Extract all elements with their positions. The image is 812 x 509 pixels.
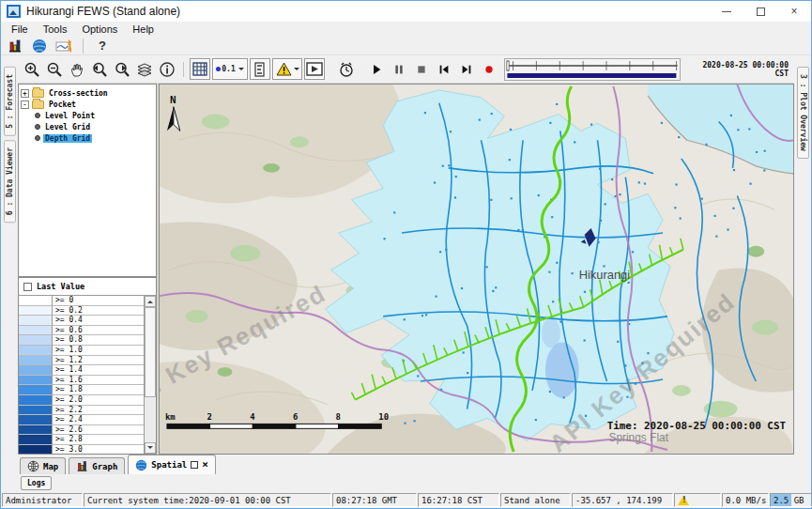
timeseries-dialog-button[interactable] [6,38,24,54]
status-text: 0.0 MB/s [726,496,766,505]
arrow-up-icon [147,298,153,303]
tree-node-label[interactable]: Depth Grid [43,134,92,143]
time-slider[interactable] [504,58,681,81]
right-tabstrip: 3 : Plot Overview [794,55,811,492]
map-time-label: Time: 2020-08-25 00:00:00 CST [607,420,787,432]
scrollbar-thumb[interactable] [145,307,156,397]
map-view[interactable]: N API Key Required API Key Required Hiku… [159,84,794,455]
legend-row: >= 0.2 [19,306,144,316]
legend-class-label: >= 2.2 [53,406,144,416]
animation-settings-button[interactable] [336,58,357,80]
help-icon: ? [99,39,106,53]
warnings-dropdown[interactable] [272,58,302,80]
stop-icon [414,62,429,77]
status-segment-0: Administrator [2,493,83,507]
leaf-bullet-icon [35,124,40,130]
contour-interval-dropdown[interactable]: 0.1 [212,58,248,80]
minimize-icon [722,11,731,12]
scroll-down-button[interactable] [145,442,156,454]
legend-class-label: >= 0.8 [53,335,144,346]
legend-class-label: >= 1.0 [53,346,144,356]
north-label: N [170,94,176,106]
tab-forecast[interactable]: 5 : Forecast [4,67,16,136]
tab-spatial[interactable]: Spatial× [128,455,216,474]
longitudinal-profile-button[interactable] [54,38,73,54]
zoom-previous-button[interactable] [89,58,110,80]
last-value-checkbox[interactable] [23,283,32,291]
menu-help[interactable]: Help [126,23,161,35]
tab-data-viewer[interactable]: 6 : Data Viewer [4,140,16,223]
tree-node-label[interactable]: Pocket [47,100,78,109]
zoom-out-button[interactable] [44,58,65,80]
legend-swatch [19,356,53,366]
tab-graph[interactable]: Graph [69,457,125,474]
scalebar-tick-label: 6 [293,412,298,422]
menu-file[interactable]: File [5,23,35,35]
scrollbar-track[interactable] [145,397,156,442]
info-button[interactable] [157,58,177,80]
legend-swatch [19,435,53,445]
status-text: 08:27:18 GMT [336,496,397,505]
tree-node-depth-grid[interactable]: Depth Grid [21,132,154,144]
tree-expander-icon[interactable]: - [21,100,29,109]
tree-node-label[interactable]: Level Grid [43,123,92,131]
tree-expander-icon[interactable]: + [21,89,29,98]
skip-end-button[interactable] [456,58,477,80]
logs-button[interactable]: Logs [21,476,52,490]
left-panel: +Cross-section-PocketLevel PointLevel Gr… [18,84,159,455]
tab-plot-overview[interactable]: 3 : Plot Overview [797,67,809,159]
legend-class-label: >= 1.4 [53,365,144,376]
zoom-next-button[interactable] [112,58,132,80]
status-text: 16:27:18 CST [421,496,483,505]
zoom-in-icon [23,61,40,78]
legend-scrollbar[interactable] [144,296,156,454]
menu-tools[interactable]: Tools [37,23,74,35]
status-segment-1: Current system time:2020-09-01 00:00 CST [84,493,331,507]
warning-icon[interactable] [678,496,689,505]
pan-button[interactable] [67,58,87,80]
status-segment-8: 2.5 GB [770,493,812,507]
scalebar-tick-label: 8 [336,412,341,422]
profile-chart-icon [55,39,72,54]
help-button[interactable]: ? [93,38,112,54]
close-button[interactable]: × [777,1,811,22]
legend-classes: >= 0>= 0.2>= 0.4>= 0.6>= 0.8>= 1.0>= 1.2… [19,296,144,454]
layers-button[interactable] [134,58,155,80]
maximize-button[interactable] [743,1,777,22]
record-button[interactable] [479,58,499,80]
legend-row: >= 2.8 [19,435,144,445]
pause-button[interactable] [389,58,409,80]
show-grid-button[interactable] [190,58,210,80]
filter-tree: +Cross-section-PocketLevel PointLevel Gr… [18,84,157,277]
tree-node-cross-section[interactable]: +Cross-section [21,87,154,99]
tree-node-level-point[interactable]: Level Point [21,110,154,121]
legend-swatch [19,385,53,395]
legend-class-label: >= 1.2 [53,356,144,366]
movie-play-icon [306,62,323,76]
main-area: 5 : Forecast 6 : Data Viewer [1,55,811,492]
stop-button[interactable] [411,58,432,80]
skip-start-button[interactable] [434,58,454,80]
status-text: Administrator [6,496,71,505]
tree-node-label[interactable]: Level Point [43,112,97,120]
zoom-in-button[interactable] [22,58,42,80]
spatial-display-button[interactable] [30,38,49,54]
tab-map[interactable]: Map [20,457,66,474]
menu-options[interactable]: Options [75,23,124,35]
zoom-out-icon [46,61,63,78]
tree-node-level-grid[interactable]: Level Grid [21,121,154,132]
tab-close-icon[interactable]: × [202,460,208,470]
minimize-button[interactable] [710,1,743,22]
tree-node-pocket[interactable]: -Pocket [21,99,154,110]
tab-maximize-icon[interactable] [191,461,198,469]
status-text: 2.5 GB [774,496,804,505]
play-button[interactable] [366,58,387,80]
folder-icon [32,89,44,98]
tree-node-label[interactable]: Cross-section [47,89,110,98]
bar-chart-icon [8,39,23,54]
animation-dialog-button[interactable] [304,58,325,80]
scale-bar-button[interactable] [250,58,270,80]
scroll-up-button[interactable] [145,296,156,307]
menubar: FileToolsOptionsHelp [1,22,811,37]
legend-class-label: >= 0.4 [53,316,144,326]
